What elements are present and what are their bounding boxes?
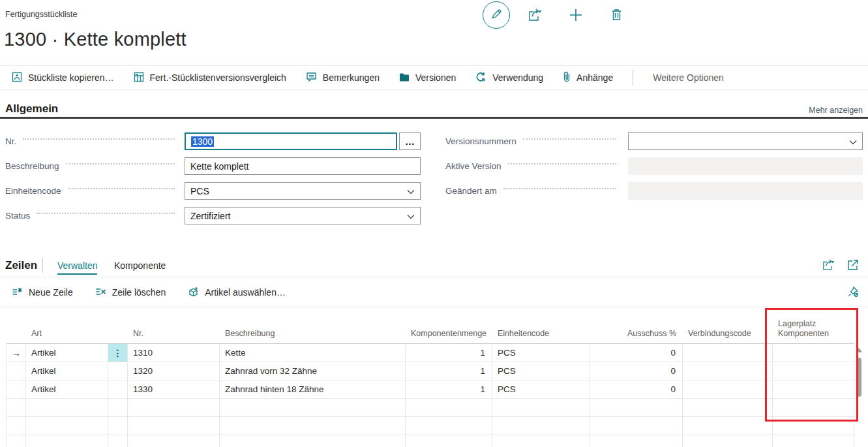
cell-einheitencode[interactable]: PCS [492,380,590,399]
empty-cell[interactable] [773,435,854,447]
header-lagerplatz-komponenten[interactable]: Lagerplatz Komponenten [773,319,854,343]
empty-cell[interactable] [26,417,108,435]
tab-komponente[interactable]: Komponente [114,260,166,273]
cell-art[interactable]: Artikel [26,362,108,380]
cell-nr[interactable]: 1330 [128,380,220,399]
row-selector-cell[interactable] [7,380,26,399]
cell-lagerplatz[interactable] [773,362,854,380]
empty-cell[interactable] [108,435,128,447]
tab-verwalten[interactable]: Verwalten [57,260,97,275]
nr-assist-button[interactable]: … [399,132,421,150]
empty-cell[interactable] [7,399,26,417]
empty-cell[interactable] [492,399,590,417]
empty-cell[interactable] [108,399,128,417]
empty-cell[interactable] [7,435,26,447]
lines-share-button[interactable] [822,259,835,273]
header-beschreibung[interactable]: Beschreibung [220,329,406,343]
status-select[interactable]: Zertifiziert [185,207,421,224]
empty-cell[interactable] [590,417,683,435]
cell-beschreibung[interactable]: Zahnrad hinten 18 Zähne [220,380,406,399]
lines-popout-button[interactable] [847,259,859,273]
empty-cell[interactable] [108,417,128,435]
header-verbindungscode[interactable]: Verbindungscode [683,329,773,343]
empty-cell[interactable] [128,417,220,435]
cell-ausschuss[interactable]: 0 [590,344,683,362]
action-copy-bom[interactable]: Stückliste kopieren… [12,72,114,84]
empty-cell[interactable] [406,417,492,435]
empty-cell[interactable] [220,435,406,447]
show-more-link[interactable]: Mehr anzeigen [809,106,863,115]
action-versions[interactable]: Versionen [399,72,456,84]
cell-nr[interactable]: 1320 [128,362,220,380]
delete-line-button[interactable]: Zeile löschen [95,286,166,299]
cell-lagerplatz[interactable] [773,380,854,399]
unpin-button[interactable] [847,286,859,300]
empty-cell[interactable] [492,417,590,435]
field-label-einheitencode: Einheitencode [5,186,61,196]
row-menu-cell[interactable]: ⋮ [108,344,128,362]
empty-cell[interactable] [7,417,26,435]
einheitencode-select[interactable]: PCS [185,182,421,200]
cell-einheitencode[interactable]: PCS [492,344,590,362]
cell-verbindungscode[interactable] [683,362,773,380]
cell-art[interactable]: Artikel [26,344,108,362]
empty-cell[interactable] [128,399,220,417]
row-selector-cell[interactable]: → [7,344,26,362]
header-komponentenmenge[interactable]: Komponentenmenge [406,329,492,343]
cell-beschreibung[interactable]: Zahnrad vorn 32 Zähne [220,362,406,380]
field-label-aktive-version: Aktive Version [445,161,501,171]
row-menu-cell[interactable] [108,362,128,380]
action-comments[interactable]: Bemerkungen [306,72,380,84]
versionsnummern-select[interactable] [628,132,863,150]
empty-cell[interactable] [590,399,683,417]
header-ausschuss[interactable]: Ausschuss % [590,329,683,343]
action-attachments[interactable]: Anhänge [563,71,613,84]
cell-komponentenmenge[interactable]: 1 [406,362,492,380]
nr-input[interactable]: 1300 [185,132,397,150]
delete-button[interactable] [610,8,623,23]
cell-komponentenmenge[interactable]: 1 [406,344,492,362]
share-button[interactable] [528,8,543,23]
cell-beschreibung[interactable]: Kette [220,344,406,362]
cell-nr[interactable]: 1310 [128,344,220,362]
pencil-icon [490,8,503,22]
empty-cell[interactable] [26,399,108,417]
empty-cell[interactable] [773,399,854,417]
cell-ausschuss[interactable]: 0 [590,380,683,399]
empty-cell[interactable] [683,399,773,417]
header-art[interactable]: Art [26,329,108,343]
cell-lagerplatz[interactable] [773,344,854,362]
scroll-up-arrow-icon[interactable] [856,348,862,352]
header-einheitencode[interactable]: Einheitencode [492,329,590,343]
scrollbar-thumb[interactable] [856,358,861,397]
cell-verbindungscode[interactable] [683,380,773,399]
empty-cell[interactable] [128,435,220,447]
empty-cell[interactable] [590,435,683,447]
new-button[interactable] [569,8,583,24]
empty-cell[interactable] [406,435,492,447]
cell-ausschuss[interactable]: 0 [590,362,683,380]
action-more-options[interactable]: Weitere Optionen [653,72,724,83]
header-nr[interactable]: Nr. [128,329,220,343]
edit-button[interactable] [483,1,510,29]
action-version-compare[interactable]: Fert.-Stücklistenversionsvergleich [134,72,286,84]
table-scrollbar[interactable] [855,345,863,447]
empty-cell[interactable] [492,435,590,447]
select-item-button[interactable]: Artikel auswählen… [188,286,286,299]
empty-cell[interactable] [406,399,492,417]
cell-verbindungscode[interactable] [683,344,773,362]
cell-komponentenmenge[interactable]: 1 [406,380,492,399]
empty-cell[interactable] [773,417,854,435]
cell-einheitencode[interactable]: PCS [492,362,590,380]
empty-cell[interactable] [220,417,406,435]
action-usage[interactable]: Verwendung [475,72,543,84]
cell-art[interactable]: Artikel [26,380,108,399]
empty-cell[interactable] [683,417,773,435]
empty-cell[interactable] [220,399,406,417]
empty-cell[interactable] [683,435,773,447]
row-menu-cell[interactable] [108,380,128,399]
empty-cell[interactable] [26,435,108,447]
new-line-button[interactable]: Neue Zeile [12,286,73,299]
beschreibung-input[interactable]: Kette komplett [185,157,421,175]
row-selector-cell[interactable] [7,362,26,380]
